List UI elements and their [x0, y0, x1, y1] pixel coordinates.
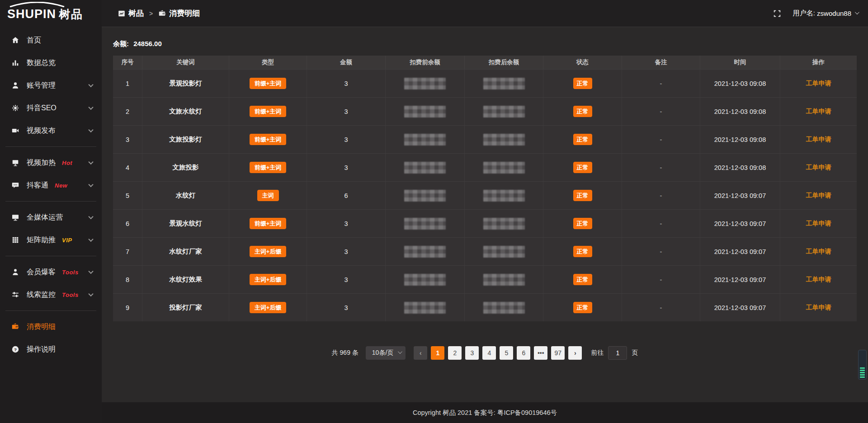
- sidebar-item-label: 数据总览: [27, 58, 56, 68]
- cell-amount: 3: [307, 98, 386, 125]
- sidebar-item-all-media[interactable]: 全媒体运营: [0, 206, 102, 229]
- sidebar-item-matrix-boost[interactable]: 矩阵助推VIP: [0, 229, 102, 251]
- cell-balance-after: [465, 266, 543, 293]
- page-button-97[interactable]: 97: [551, 346, 565, 360]
- copyright-text: Copyright 树品 2021 备案号: 粤ICP备09019646号: [413, 409, 557, 417]
- chevron-down-icon: [88, 105, 93, 110]
- more-pages-button[interactable]: •••: [534, 346, 547, 360]
- sidebar-item-instructions[interactable]: ?操作说明: [0, 338, 102, 361]
- work-order-link[interactable]: 工单申请: [806, 108, 831, 116]
- sidebar-item-home[interactable]: 首页: [0, 29, 102, 52]
- breadcrumb-item-current[interactable]: 消费明细: [169, 8, 200, 19]
- cell-amount: 3: [307, 70, 386, 97]
- work-order-link[interactable]: 工单申请: [806, 276, 831, 284]
- type-tag: 前缀+主词: [250, 218, 287, 230]
- cell-status: 正常: [543, 182, 622, 209]
- menu-divider: [5, 310, 96, 311]
- cell-balance-before: [386, 154, 465, 181]
- cell-keyword: 水纹灯: [142, 182, 229, 209]
- chevron-down-icon: [88, 160, 93, 164]
- status-badge: 正常: [573, 162, 592, 174]
- work-order-link[interactable]: 工单申请: [806, 136, 831, 144]
- cell-type: 前缀+主词: [229, 154, 307, 181]
- pagination: 共 969 条 10条/页 ‹ 123456•••97 › 前往 页: [113, 346, 857, 360]
- sidebar-item-douketong[interactable]: 抖客通New: [0, 174, 102, 197]
- next-page-button[interactable]: ›: [568, 346, 582, 360]
- cell-balance-after: [465, 238, 543, 265]
- table-row: 9投影灯厂家主词+后缀3正常-2021-12-03 09:07工单申请: [113, 293, 857, 321]
- page-button-6[interactable]: 6: [517, 346, 530, 360]
- sidebar-item-data-overview[interactable]: 数据总览: [0, 52, 102, 74]
- table-row: 2文旅水纹灯前缀+主词3正常-2021-12-03 09:08工单申请: [113, 97, 857, 125]
- sidebar-item-account[interactable]: 账号管理: [0, 74, 102, 97]
- cell-action: 工单申请: [780, 126, 857, 153]
- cell-index: 6: [113, 210, 142, 237]
- cell-keyword: 水纹灯效果: [142, 266, 229, 293]
- work-order-link[interactable]: 工单申请: [806, 304, 831, 312]
- cell-balance-before: [386, 126, 465, 153]
- cell-amount: 3: [307, 210, 386, 237]
- page-buttons: 123456•••97: [431, 346, 565, 360]
- work-order-link[interactable]: 工单申请: [806, 164, 831, 172]
- blurred-value: [483, 106, 525, 118]
- cell-time: 2021-12-03 09:08: [700, 126, 780, 153]
- sidebar-item-video-heat[interactable]: 视频加热Hot: [0, 151, 102, 174]
- column-header: 状态: [543, 56, 622, 69]
- work-order-link[interactable]: 工单申请: [806, 248, 831, 256]
- column-header: 操作: [780, 56, 857, 69]
- prev-page-button[interactable]: ‹: [414, 346, 427, 360]
- cell-index: 8: [113, 266, 142, 293]
- work-order-link[interactable]: 工单申请: [806, 220, 831, 228]
- sidebar-item-douyin-seo[interactable]: 抖音SEO: [0, 97, 102, 119]
- blurred-value: [404, 302, 446, 314]
- type-tag: 主词: [257, 190, 279, 202]
- page-button-3[interactable]: 3: [465, 346, 479, 360]
- cell-type: 主词+后缀: [229, 266, 307, 293]
- cell-action: 工单申请: [780, 98, 857, 125]
- cell-index: 7: [113, 238, 142, 265]
- app-window-icon: [118, 9, 126, 18]
- cell-action: 工单申请: [780, 182, 857, 209]
- cell-remark: -: [622, 294, 700, 321]
- page-button-4[interactable]: 4: [482, 346, 496, 360]
- sidebar-item-label: 首页: [27, 36, 41, 45]
- scroll-indicator-widget[interactable]: [858, 350, 867, 380]
- breadcrumb: 树品 > 消费明细: [118, 8, 200, 19]
- status-badge: 正常: [573, 246, 592, 258]
- sidebar: SHUPIN 树品 首页数据总览账号管理抖音SEO视频发布视频加热Hot抖客通N…: [0, 0, 102, 423]
- work-order-link[interactable]: 工单申请: [806, 192, 831, 200]
- balance-label: 余额:: [113, 40, 129, 47]
- goto-page-input[interactable]: [608, 346, 627, 360]
- sidebar-badge: Tools: [62, 291, 79, 298]
- sidebar-item-lead-monitor[interactable]: 线索监控Tools: [0, 283, 102, 306]
- breadcrumb-item-root[interactable]: 树品: [128, 8, 144, 19]
- wallet-icon: [11, 322, 20, 331]
- sidebar-item-label: 操作说明: [27, 345, 56, 354]
- cell-time: 2021-12-03 09:07: [700, 266, 780, 293]
- column-header: 扣费后余额: [465, 56, 543, 69]
- table-row: 6景观水纹灯前缀+主词3正常-2021-12-03 09:07工单申请: [113, 209, 857, 237]
- page-size-select[interactable]: 10条/页: [366, 346, 406, 360]
- cell-action: 工单申请: [780, 70, 857, 97]
- sidebar-item-video-publish[interactable]: 视频发布: [0, 119, 102, 142]
- page-button-5[interactable]: 5: [500, 346, 513, 360]
- user-menu[interactable]: 用户名: zswodun88: [793, 9, 858, 18]
- status-badge: 正常: [573, 78, 592, 89]
- page-button-1[interactable]: 1: [431, 346, 444, 360]
- chevron-down-icon: [88, 82, 93, 87]
- fullscreen-icon[interactable]: [773, 9, 781, 18]
- column-header: 扣费前余额: [386, 56, 465, 69]
- chevron-down-icon: [88, 237, 93, 242]
- sidebar-item-consume-detail[interactable]: 消费明细: [0, 315, 102, 338]
- sidebar-item-member-booster[interactable]: 会员爆客Tools: [0, 261, 102, 283]
- cell-balance-after: [465, 154, 543, 181]
- page-button-2[interactable]: 2: [448, 346, 462, 360]
- cell-status: 正常: [543, 294, 622, 321]
- sidebar-badge: New: [55, 182, 67, 189]
- table-row: 7水纹灯厂家主词+后缀3正常-2021-12-03 09:07工单申请: [113, 237, 857, 265]
- cell-balance-after: [465, 70, 543, 97]
- wallet-icon: [158, 9, 166, 18]
- work-order-link[interactable]: 工单申请: [806, 80, 831, 88]
- table-row: 4文旅投影前缀+主词3正常-2021-12-03 09:08工单申请: [113, 153, 857, 181]
- column-header: 金额: [307, 56, 386, 69]
